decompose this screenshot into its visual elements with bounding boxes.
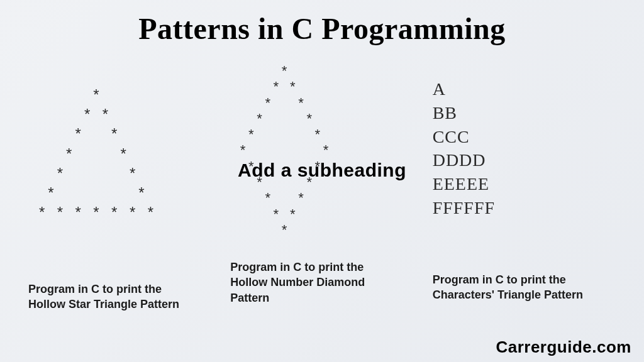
caption-2: Program in C to print the Hollow Number …: [230, 260, 394, 305]
pattern-hollow-triangle: * * * * * * * * * * * * * * * * * *: [28, 87, 155, 263]
pattern-hollow-diamond: * * * * * * * * * * * * * * * * * * * *: [230, 65, 330, 241]
column-2: * * * * * * * * * * * * * * * * * * * * …: [221, 65, 423, 305]
column-1: * * * * * * * * * * * * * * * * * * Prog…: [19, 65, 221, 312]
caption-3: Program in C to print the Characters' Tr…: [433, 272, 596, 303]
content-row: * * * * * * * * * * * * * * * * * * Prog…: [0, 52, 644, 312]
page-title: Patterns in C Programming: [0, 0, 644, 52]
subheading-placeholder: Add a subheading: [238, 160, 406, 181]
pattern-char-triangle: A BB CCC DDDD EEEEE FFFFFF: [433, 77, 495, 253]
watermark-text: Carrerguide.com: [496, 337, 631, 357]
column-3: A BB CCC DDDD EEEEE FFFFFF Program in C …: [423, 65, 625, 303]
caption-1: Program in C to print the Hollow Star Tr…: [28, 282, 192, 312]
